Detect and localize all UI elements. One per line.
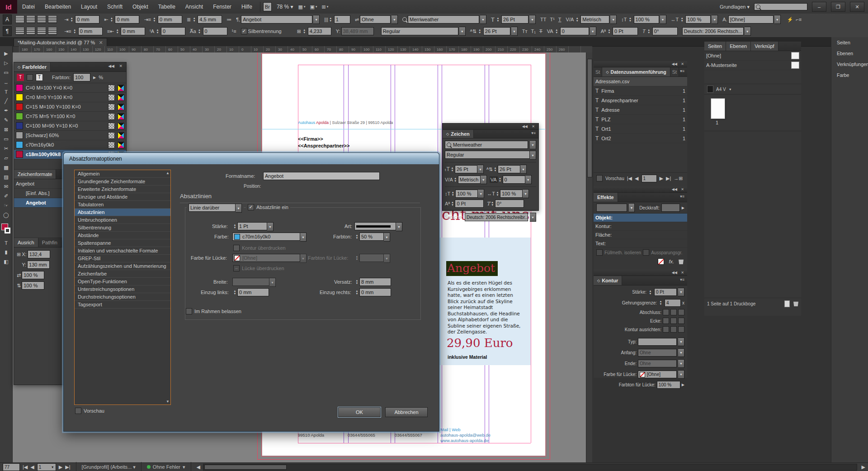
y-position-field[interactable]: Y:38,489 mm xyxy=(336,27,374,35)
vorschau-checkbox[interactable] xyxy=(596,175,603,181)
round-cap-button[interactable] xyxy=(670,309,677,315)
scroll-left-icon[interactable]: ◀ xyxy=(197,464,200,470)
hyphenation-checkbox[interactable]: ✓Silbentrennung xyxy=(241,28,282,34)
arrange-documents-button[interactable]: ⊞▾ xyxy=(321,4,328,10)
tool-button[interactable]: ✎ xyxy=(1,115,11,125)
underline-button[interactable]: T xyxy=(558,17,561,22)
tool-button[interactable]: ╱ xyxy=(1,96,11,106)
swatch-row[interactable]: C=0 M=0 Y=100 K=0 xyxy=(14,93,126,102)
dialog-section-item[interactable]: Initialen und verschachtelte Formate xyxy=(75,247,170,255)
tool-button[interactable]: ⊠ xyxy=(1,125,11,134)
ok-button[interactable]: OK xyxy=(338,407,381,417)
dialog-section-item[interactable]: Zeichenfarbe xyxy=(75,270,170,278)
subscript-button[interactable]: T₁ xyxy=(531,29,536,34)
page-size-dropdown[interactable]: A4 V ▼ xyxy=(704,84,801,95)
workspace-switcher[interactable]: Grundlagen ▾ xyxy=(720,4,750,10)
next-record-icon[interactable]: ▶ xyxy=(660,176,663,181)
farbfelder-tab[interactable]: ◇Farbfelder xyxy=(14,62,51,71)
page-thumbnail[interactable] xyxy=(711,98,725,119)
tool-button[interactable]: ✒ xyxy=(1,106,11,115)
menu-item[interactable]: Objekt xyxy=(127,0,153,14)
close-panel-icon[interactable]: ✕ xyxy=(681,271,684,275)
farbton-field[interactable]: ▲▼50 %▼ xyxy=(354,233,390,242)
stroke-type-dropdown[interactable] xyxy=(638,338,677,346)
swatch-row[interactable]: [Schwarz] 60% xyxy=(14,131,126,140)
dialog-section-item[interactable]: Einzüge und Abstände xyxy=(75,193,170,201)
dialog-section-item[interactable]: Unterstreichungsoptionen xyxy=(75,285,170,293)
merge-field-row[interactable]: T Firma 1 xyxy=(594,86,687,96)
round-join-button[interactable] xyxy=(670,318,677,324)
close-panel-icon[interactable]: ✕ xyxy=(532,124,535,128)
preflight-status[interactable]: Ohne Fehler ▾ xyxy=(147,464,185,470)
bridge-button[interactable]: Br xyxy=(263,2,272,11)
menu-item[interactable]: Schrift xyxy=(102,0,127,14)
justify-center-button[interactable] xyxy=(26,27,35,35)
collapse-icon[interactable]: ◀◀ xyxy=(672,271,677,275)
footer-fax[interactable]: 03644/555067 xyxy=(395,433,422,438)
merge-field-row[interactable]: T Ansprechpartner 1 xyxy=(594,96,687,105)
keep-in-frame-checkbox[interactable]: Im Rahmen belassen xyxy=(186,308,241,314)
page-number-dropdown[interactable]: 1▼ xyxy=(37,463,56,471)
projecting-cap-button[interactable] xyxy=(678,309,684,315)
panel-menu-icon[interactable]: ⌐≡ xyxy=(796,17,802,22)
panel-tab-stub[interactable]: St xyxy=(670,67,679,76)
effect-target-row[interactable]: Fläche: xyxy=(594,231,687,239)
swatch-row[interactable]: C=15 M=100 Y=100 K=0 xyxy=(14,102,126,112)
collapse-icon[interactable]: ◀◀ xyxy=(672,187,677,191)
next-page-icon[interactable]: ▶ xyxy=(59,464,62,470)
collapse-icon[interactable]: ◀◀ xyxy=(108,64,114,68)
prev-record-icon[interactable]: ◀ xyxy=(635,176,638,181)
drop-cap-lines-field[interactable]: ᵗA▲▼0 xyxy=(150,27,185,35)
justify-right-button[interactable] xyxy=(37,27,46,35)
view-mode-button[interactable]: ◧ xyxy=(1,257,11,266)
offer-box[interactable]: Angebot Als es die ersten Hügel des Kurs… xyxy=(438,238,531,365)
gap-tint-field[interactable]: 100 % xyxy=(657,381,680,389)
gap-color-dropdown[interactable]: [Ohne]▼ xyxy=(232,254,307,263)
einzug-links-field[interactable]: ▲▼0 mm xyxy=(232,288,269,296)
horizontal-scale-field[interactable]: ↔T▲▼100 %▼ xyxy=(487,189,529,198)
blend-mode-dropdown[interactable] xyxy=(596,204,627,212)
close-panel-icon[interactable]: ✕ xyxy=(119,64,123,68)
align-right-button[interactable] xyxy=(37,15,46,24)
dialog-section-item[interactable]: Tagsexport xyxy=(75,301,170,309)
dialog-section-item[interactable]: OpenType-Funktionen xyxy=(75,278,170,285)
kontur-tab[interactable]: ◇Kontur xyxy=(594,276,622,285)
panel-menu-icon[interactable]: ▾≡ xyxy=(680,69,684,73)
align-inside-button[interactable] xyxy=(670,326,677,333)
tool-button[interactable]: ▨ xyxy=(1,172,11,182)
paragraph-style-dropdown[interactable]: ¶,Angebot▼ xyxy=(236,15,320,24)
vertical-scale-field[interactable]: ↕T▲▼100 %▼ xyxy=(621,15,666,24)
start-dropdown[interactable]: Ohne xyxy=(638,349,677,357)
dialog-section-item[interactable]: GREP-Stil xyxy=(75,255,170,262)
scroll-up-icon[interactable]: ▲ xyxy=(166,171,170,175)
data-source-row[interactable]: Adressaten.csv xyxy=(594,77,687,86)
zeichenformate-tab[interactable]: Zeichenformate xyxy=(14,170,56,179)
master-row[interactable]: A-Musterseite xyxy=(704,61,801,70)
record-number-field[interactable]: 1 xyxy=(642,175,657,182)
end-dropdown[interactable]: Ohne xyxy=(638,360,677,367)
panel-tab[interactable]: Ebenen xyxy=(726,42,751,51)
text-color-icon[interactable]: T xyxy=(36,74,43,81)
ausrichten-tab[interactable]: Ausrich xyxy=(14,238,38,247)
scrollbar-thumb[interactable] xyxy=(204,465,287,470)
dock-item[interactable]: Seiten xyxy=(831,37,868,48)
all-caps-button[interactable]: TT xyxy=(540,17,546,22)
merge-field-row[interactable]: T PLZ 1 xyxy=(594,115,687,124)
merge-field-row[interactable]: T Ort2 1 xyxy=(594,134,687,143)
merge-field-firma[interactable]: <<Firma>> xyxy=(298,136,323,142)
columns-field[interactable]: ▲▼1 xyxy=(328,15,350,24)
last-page-icon[interactable]: ▶| xyxy=(65,464,70,470)
tint-arrow-icon[interactable]: ▶ xyxy=(93,76,96,80)
panel-tab[interactable]: Seiten xyxy=(704,42,726,51)
view-options-button[interactable]: ▦▾ xyxy=(298,4,306,10)
tab-close-icon[interactable]: ✕ xyxy=(99,40,103,46)
vertical-scale-field[interactable]: ↕T▲▼100 %▼ xyxy=(445,189,484,198)
scroll-right-icon[interactable]: ▶ xyxy=(862,464,865,470)
apply-color-button[interactable]: ▮ xyxy=(1,247,11,257)
menu-item[interactable]: Layout xyxy=(76,0,102,14)
dialog-title-bar[interactable]: Absatzformatoptionen xyxy=(64,153,439,164)
miter-limit-field[interactable]: 4 xyxy=(665,299,681,307)
vertical-scrollbar[interactable] xyxy=(586,52,592,462)
master-none-row[interactable]: [Ohne] xyxy=(704,51,801,61)
effect-target-row[interactable]: Kontur: xyxy=(594,222,687,231)
